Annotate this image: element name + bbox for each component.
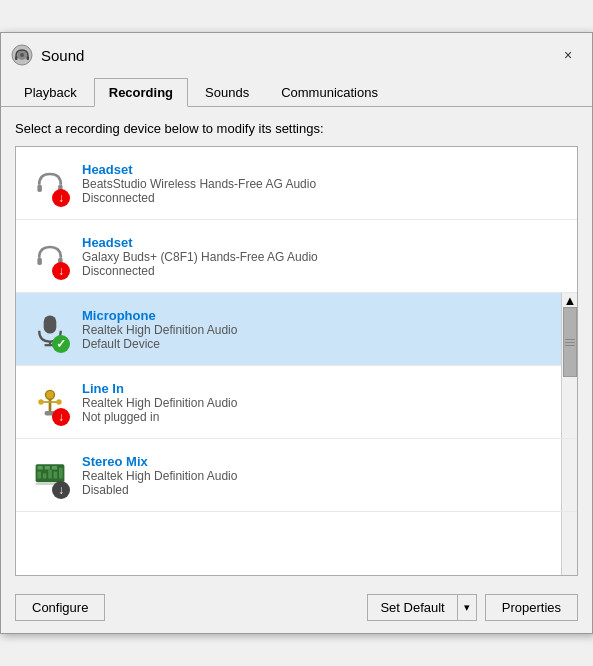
device-icon-headset2: ↓ (24, 230, 76, 282)
device-status-headset2: Disconnected (82, 264, 569, 278)
device-desc-microphone: Realtek High Definition Audio (82, 323, 569, 337)
scroll-line (565, 342, 575, 343)
close-button[interactable]: × (554, 41, 582, 69)
badge-disabled: ↓ (52, 481, 70, 499)
content-area: Select a recording device below to modif… (1, 107, 592, 586)
svg-rect-3 (15, 56, 18, 60)
device-name-linein: Line In (82, 381, 557, 396)
device-icon-stereomix: ↓ (24, 449, 76, 501)
device-icon-headset1: ↓ (24, 157, 76, 209)
svg-rect-5 (37, 185, 42, 192)
sound-dialog: Sound × Playback Recording Sounds Commun… (0, 32, 593, 634)
svg-rect-24 (48, 470, 52, 479)
svg-rect-19 (37, 466, 42, 470)
device-list: ↓ Headset BeatsStudio Wireless Hands-Fre… (15, 146, 578, 576)
svg-rect-4 (27, 56, 30, 60)
svg-rect-22 (37, 471, 41, 478)
svg-rect-20 (45, 466, 50, 470)
device-desc-headset2: Galaxy Buds+ (C8F1) Hands-Free AG Audio (82, 250, 569, 264)
tab-communications[interactable]: Communications (266, 78, 393, 107)
badge-disconnected-1: ↓ (52, 189, 70, 207)
footer: Configure Set Default ▾ Properties (1, 586, 592, 633)
device-info-headset1: Headset BeatsStudio Wireless Hands-Free … (82, 162, 569, 205)
device-name-headset2: Headset (82, 235, 569, 250)
properties-button[interactable]: Properties (485, 594, 578, 621)
device-name-stereomix: Stereo Mix (82, 454, 557, 469)
device-name-microphone: Microphone (82, 308, 569, 323)
instruction-text: Select a recording device below to modif… (15, 121, 578, 136)
window-title: Sound (41, 47, 84, 64)
device-item-microphone[interactable]: ✓ Microphone Realtek High Definition Aud… (16, 293, 577, 366)
scroll-line (565, 345, 575, 346)
svg-rect-25 (54, 471, 58, 478)
device-info-microphone: Microphone Realtek High Definition Audio… (82, 308, 569, 351)
set-default-group: Set Default ▾ (367, 594, 476, 621)
device-icon-linein: ↓ (24, 376, 76, 428)
title-bar: Sound × (1, 33, 592, 77)
device-item-stereomix[interactable]: ↓ Stereo Mix Realtek High Definition Aud… (16, 439, 577, 512)
sound-icon (11, 44, 33, 66)
svg-point-12 (46, 390, 55, 399)
device-status-stereomix: Disabled (82, 483, 557, 497)
svg-point-17 (56, 399, 61, 404)
device-info-headset2: Headset Galaxy Buds+ (C8F1) Hands-Free A… (82, 235, 569, 278)
device-item-linein[interactable]: ↓ Line In Realtek High Definition Audio … (16, 366, 577, 439)
svg-rect-7 (37, 258, 42, 265)
set-default-button[interactable]: Set Default (367, 594, 456, 621)
device-status-linein: Not plugged in (82, 410, 557, 424)
device-desc-linein: Realtek High Definition Audio (82, 396, 557, 410)
badge-disconnected-2: ↓ (52, 262, 70, 280)
svg-point-16 (38, 399, 43, 404)
title-left: Sound (11, 44, 84, 66)
set-default-dropdown[interactable]: ▾ (457, 594, 477, 621)
device-item-headset1[interactable]: ↓ Headset BeatsStudio Wireless Hands-Fre… (16, 147, 577, 220)
svg-rect-21 (52, 466, 57, 470)
device-item-headset2[interactable]: ↓ Headset Galaxy Buds+ (C8F1) Hands-Free… (16, 220, 577, 293)
svg-rect-26 (59, 468, 63, 479)
badge-default: ✓ (52, 335, 70, 353)
svg-point-2 (20, 53, 24, 57)
tab-sounds[interactable]: Sounds (190, 78, 264, 107)
device-name-headset1: Headset (82, 162, 569, 177)
svg-rect-23 (43, 473, 47, 478)
scroll-line (565, 339, 575, 340)
device-status-microphone: Default Device (82, 337, 569, 351)
device-desc-headset1: BeatsStudio Wireless Hands-Free AG Audio (82, 177, 569, 191)
badge-notplugged: ↓ (52, 408, 70, 426)
device-info-stereomix: Stereo Mix Realtek High Definition Audio… (82, 454, 557, 497)
device-icon-microphone: ✓ (24, 303, 76, 355)
svg-rect-9 (44, 316, 57, 334)
device-status-headset1: Disconnected (82, 191, 569, 205)
tab-playback[interactable]: Playback (9, 78, 92, 107)
scroll-up-btn[interactable]: ▲ (562, 293, 578, 307)
device-desc-stereomix: Realtek High Definition Audio (82, 469, 557, 483)
device-info-linein: Line In Realtek High Definition Audio No… (82, 381, 557, 424)
configure-button[interactable]: Configure (15, 594, 105, 621)
tab-recording[interactable]: Recording (94, 78, 188, 107)
tab-bar: Playback Recording Sounds Communications (1, 77, 592, 107)
